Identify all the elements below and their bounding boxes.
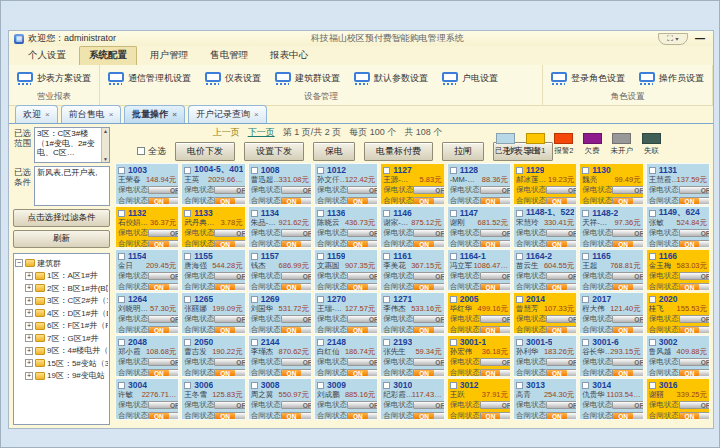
ribbon-button[interactable]: 默认参数设置 (354, 72, 428, 85)
room-card[interactable]: 1149、624 张敏 524.84元 保电状态 OFF 合闸状态 ON (646, 206, 710, 248)
card-checkbox[interactable] (251, 296, 258, 303)
expand-icon[interactable]: + (25, 297, 33, 305)
room-card[interactable]: 1133 武丹典… 3.78元 保电状态 OFF 合闸状态 ON (181, 206, 245, 248)
card-checkbox[interactable] (251, 167, 258, 174)
supply-status-toggle[interactable]: OFF (612, 272, 643, 280)
supply-status-toggle[interactable]: OFF (413, 272, 444, 280)
supply-status-toggle[interactable]: OFF (612, 358, 643, 366)
switch-status-toggle[interactable]: ON (347, 412, 378, 420)
room-card[interactable]: 1131 王慧霞… 137.59元 保电状态 OFF 合闸状态 ON (646, 163, 710, 205)
tab-close-icon[interactable]: × (172, 110, 177, 119)
ribbon-button[interactable]: 操作员设置 (639, 72, 704, 85)
card-checkbox[interactable] (184, 296, 191, 303)
switch-status-toggle[interactable]: ON (612, 326, 643, 334)
card-checkbox[interactable] (450, 382, 457, 389)
switch-status-toggle[interactable]: ON (480, 197, 511, 205)
card-checkbox[interactable] (317, 167, 324, 174)
card-checkbox[interactable] (450, 253, 457, 260)
switch-status-toggle[interactable]: ON (480, 326, 511, 334)
switch-status-toggle[interactable]: ON (281, 412, 312, 420)
switch-status-toggle[interactable]: ON (546, 412, 577, 420)
room-card[interactable]: 3001-1 孙宏伟 36.18元 保电状态 OFF 合闸状态 ON (447, 335, 511, 377)
card-checkbox[interactable] (649, 296, 656, 303)
switch-status-toggle[interactable]: ON (281, 283, 312, 291)
card-checkbox[interactable] (383, 167, 390, 174)
room-card[interactable]: 1148-2 天祥-… 97.36元 保电状态 OFF 合闸状态 ON (579, 206, 643, 248)
room-card[interactable]: 1269 刘国华 531.72元 保电状态 OFF 合闸状态 ON (248, 292, 312, 334)
room-card[interactable]: 3001-5 孙利华 183.26元 保电状态 OFF 合闸状态 ON (513, 335, 577, 377)
room-card[interactable]: 1147 谢刚 681.52元 保电状态 OFF 合闸状态 ON (447, 206, 511, 248)
supply-status-toggle[interactable]: OFF (612, 229, 643, 237)
supply-status-toggle[interactable]: OFF (679, 272, 710, 280)
supply-status-toggle[interactable]: OFF (480, 315, 511, 323)
room-card[interactable]: 1161 李美花 367.15元 保电状态 OFF 合闸状态 ON (380, 249, 444, 291)
room-card[interactable]: 1130 魏亮 99.49元 保电状态 OFF 合闸状态 ON (579, 163, 643, 205)
card-checkbox[interactable] (251, 339, 258, 346)
room-card[interactable]: 2050 曹吉发 190.22元 保电状态 OFF 合闸状态 ON (181, 335, 245, 377)
room-card[interactable]: 1265 张丽娜 199.09元 保电状态 OFF 合闸状态 ON (181, 292, 245, 334)
room-card[interactable]: 2144 李瑾杰 870.62元 保电状态 OFF 合闸状态 ON (248, 335, 312, 377)
tab-close-icon[interactable]: × (254, 110, 259, 119)
switch-status-toggle[interactable]: ON (214, 369, 245, 377)
switch-status-toggle[interactable]: ON (148, 197, 179, 205)
supply-status-toggle[interactable]: OFF (347, 358, 378, 366)
supply-status-toggle[interactable]: OFF (281, 358, 312, 366)
card-checkbox[interactable] (516, 167, 523, 174)
supply-status-toggle[interactable]: OFF (347, 186, 378, 194)
switch-status-toggle[interactable]: ON (546, 283, 577, 291)
switch-status-toggle[interactable]: ON (347, 283, 378, 291)
supply-status-toggle[interactable]: OFF (480, 272, 511, 280)
ribbon-button[interactable]: 通信管理机设置 (108, 72, 191, 85)
room-card[interactable]: 1164-2 苗云生 604.55元 保电状态 OFF 合闸状态 ON (513, 249, 577, 291)
switch-status-toggle[interactable]: ON (612, 197, 643, 205)
supply-status-toggle[interactable]: OFF (281, 315, 312, 323)
ribbon-button[interactable]: 建筑群设置 (275, 72, 340, 85)
room-card[interactable]: 1166 金玉梅 583.03元 保电状态 OFF 合闸状态 ON (646, 249, 710, 291)
room-card[interactable]: 2048 郑小霞 108.68元 保电状态 OFF 合闸状态 ON (115, 335, 179, 377)
switch-status-toggle[interactable]: ON (480, 412, 511, 420)
document-tab[interactable]: 批量操作 × (124, 105, 185, 123)
room-card[interactable]: 1270 王瑞-… 127.57元 保电状态 OFF 合闸状态 ON (314, 292, 378, 334)
supply-status-toggle[interactable]: OFF (413, 186, 444, 194)
supply-status-toggle[interactable]: OFF (413, 315, 444, 323)
expand-icon[interactable]: + (25, 359, 33, 367)
card-checkbox[interactable] (516, 296, 523, 303)
switch-status-toggle[interactable]: ON (480, 240, 511, 248)
card-checkbox[interactable] (450, 296, 457, 303)
expand-icon[interactable]: + (25, 334, 33, 342)
expand-icon[interactable]: + (25, 372, 33, 380)
batch-action-button[interactable]: 电量标付费 (364, 142, 433, 161)
room-card[interactable]: 1159 文惠圆 907.35元 保电状态 OFF 合闸状态 ON (314, 249, 378, 291)
supply-status-toggle[interactable]: OFF (281, 186, 312, 194)
switch-status-toggle[interactable]: ON (679, 197, 710, 205)
tree-node[interactable]: + 3区：C区2#井（1#变… (25, 295, 108, 306)
room-card[interactable]: 2014 曾慧芳 107.33元 保电状态 OFF 合闸状态 ON (513, 292, 577, 334)
card-checkbox[interactable] (184, 210, 191, 217)
supply-status-toggle[interactable]: OFF (546, 229, 577, 237)
switch-status-toggle[interactable]: ON (347, 326, 378, 334)
card-checkbox[interactable] (383, 296, 390, 303)
switch-status-toggle[interactable]: ON (347, 197, 378, 205)
room-card[interactable]: 2193 张先生 59.34元 保电状态 OFF 合闸状态 ON (380, 335, 444, 377)
batch-action-button[interactable]: 拉闸 (442, 142, 484, 161)
switch-status-toggle[interactable]: ON (612, 412, 643, 420)
room-card[interactable]: 3016 谢丽 339.25元 保电状态 OFF 合闸状态 ON (646, 378, 710, 420)
switch-status-toggle[interactable]: ON (546, 240, 577, 248)
room-card[interactable]: 2017 程大伟 121.40元 保电状态 OFF 合闸状态 ON (579, 292, 643, 334)
room-card[interactable]: 2148 白红仙 186.74元 保电状态 OFF 合闸状态 ON (314, 335, 378, 377)
supply-status-toggle[interactable]: OFF (612, 186, 643, 194)
supply-status-toggle[interactable]: OFF (679, 229, 710, 237)
card-checkbox[interactable] (383, 253, 390, 260)
switch-status-toggle[interactable]: ON (612, 283, 643, 291)
supply-status-toggle[interactable]: OFF (679, 186, 710, 194)
card-checkbox[interactable] (317, 296, 324, 303)
ribbon-button[interactable]: 抄表方案设置 (17, 72, 91, 85)
card-checkbox[interactable] (184, 167, 191, 174)
card-checkbox[interactable] (317, 339, 324, 346)
card-checkbox[interactable] (582, 167, 589, 174)
room-card[interactable]: 3009 刘成鹏 885.16元 保电状态 OFF 合闸状态 ON (314, 378, 378, 420)
supply-status-toggle[interactable]: OFF (281, 229, 312, 237)
room-card[interactable]: 3004 许敏 2276.71… 保电状态 OFF 合闸状态 ON (115, 378, 179, 420)
switch-status-toggle[interactable]: ON (347, 369, 378, 377)
menu-item[interactable]: 售电管理 (201, 47, 257, 65)
